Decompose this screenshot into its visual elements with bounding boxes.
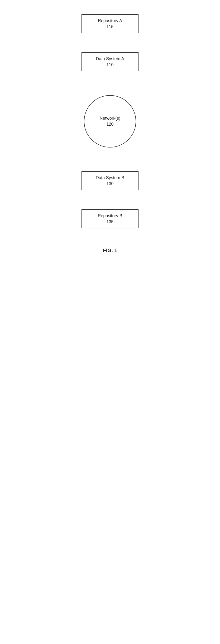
repository-a-number: 115 [106, 24, 114, 30]
repository-a-title: Repository A [98, 18, 122, 24]
data-system-a-title: Data System A [96, 56, 124, 62]
connector-4 [110, 190, 110, 209]
connector-3 [110, 148, 110, 171]
networks-circle: Network(s) 120 [84, 95, 136, 148]
networks-number: 120 [106, 121, 114, 127]
data-system-a-number: 110 [106, 62, 114, 68]
repository-b-box: Repository B 135 [81, 209, 139, 228]
repository-b-title: Repository B [98, 213, 122, 219]
diagram-inner: Repository A 115 Data System A 110 Netwo… [62, 14, 158, 254]
repository-a-box: Repository A 115 [81, 14, 139, 33]
data-system-b-box: Data System B 130 [81, 171, 139, 190]
figure-label: FIG. 1 [103, 248, 117, 254]
data-system-a-box: Data System A 110 [81, 52, 139, 71]
connector-1 [110, 33, 110, 52]
diagram-container: Repository A 115 Data System A 110 Netwo… [0, 0, 220, 644]
data-system-b-number: 130 [106, 181, 114, 187]
repository-b-number: 135 [106, 219, 114, 225]
networks-title: Network(s) [100, 116, 120, 121]
data-system-b-title: Data System B [96, 175, 124, 181]
connector-2 [110, 71, 110, 95]
